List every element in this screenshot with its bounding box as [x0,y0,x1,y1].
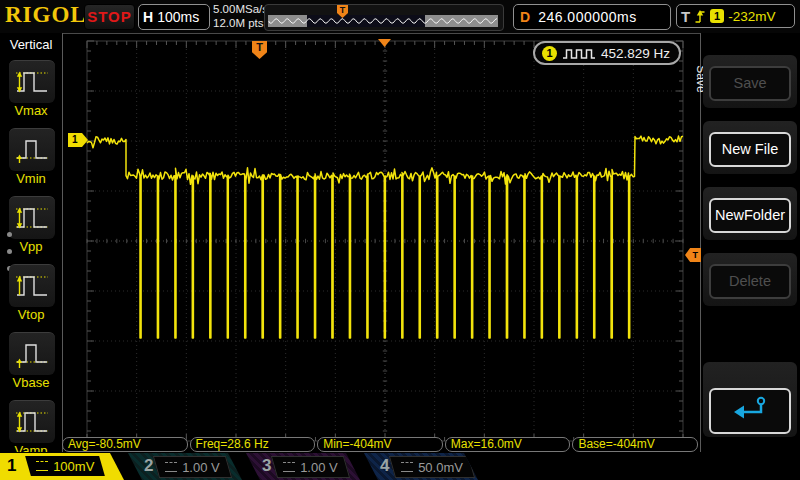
ch1-trace [87,136,683,338]
new-file-button[interactable]: New File [709,132,791,167]
rigol-logo: RIGOL [5,2,87,28]
preview-wave-icon [268,15,498,27]
channel-3-number: 3 [262,456,271,476]
freq-counter-source-badge: 1 [542,46,557,61]
softkey-slot [703,362,797,437]
timebase-value: 100ms [157,9,199,25]
coupling-icon [283,462,295,472]
vmin-icon [14,134,50,166]
menu-item-vmax[interactable] [9,60,55,103]
trigger-source-badge: 1 [710,9,724,23]
channel-4-scale: 50.0mV [418,460,463,475]
menu-item-vbase[interactable] [9,332,55,375]
channel-1-scale: 100mV [53,459,94,474]
channel-2-status[interactable]: 2 1.00 V [128,453,242,480]
vamp-icon [14,406,50,438]
delay-readout[interactable]: D 246.000000ms [513,4,671,30]
trigger-readout[interactable]: T 1 -232mV [676,4,795,28]
horizontal-timebase-readout[interactable]: H 100ms [138,4,210,30]
menu-page-dot [7,232,12,237]
menu-item-vmax-label[interactable]: Vmax [0,103,62,118]
save-button[interactable]: Save [709,66,791,101]
softkey-slot: Save [703,55,797,108]
measurement-readout-row: Avg=-80.5mV Freq=28.6 Hz Min=-404mV Max=… [62,437,698,452]
ch1-offset-marker[interactable]: 1 [68,133,88,147]
frequency-value: 452.829 Hz [601,46,670,61]
return-arrow-icon [730,393,770,421]
t-label: T [681,8,690,25]
vbase-icon [14,338,50,370]
coupling-icon [36,461,48,471]
square-wave-icon [562,47,596,60]
screen-center-marker [378,39,391,47]
memory-depth: 12.0M pts [213,16,268,30]
softkey-slot: NewFolder [703,187,797,240]
coupling-icon [165,462,177,472]
trigger-level-marker[interactable]: T [685,248,701,262]
graticule-and-waveform [0,0,800,480]
channel-1-status[interactable]: 1 100mV [0,453,124,480]
rising-edge-icon [694,8,706,25]
channel-4-number: 4 [380,456,389,476]
measurement-avg: Avg=-80.5mV [62,437,188,452]
top-status-bar: RIGOL STOP H 100ms 5.00MSa/s 12.0M pts T… [0,0,800,34]
acquisition-readout: 5.00MSa/s 12.0M pts [213,2,268,30]
channel-2-scale: 1.00 V [182,460,220,475]
menu-item-vbase-label[interactable]: Vbase [0,375,62,390]
channel-4-status[interactable]: 4 50.0mV [364,453,478,480]
menu-title: Vertical [0,37,62,52]
softkey-slot: New File [703,121,797,174]
vmax-icon [14,66,50,98]
coupling-icon [401,462,413,472]
vpp-icon [14,202,50,234]
channel-2-number: 2 [144,456,153,476]
measurement-freq: Freq=28.6 Hz [190,437,316,452]
d-label: D [514,9,538,25]
delete-button[interactable]: Delete [709,264,791,299]
channel-3-scale: 1.00 V [300,460,338,475]
softkey-slot: Delete [703,253,797,306]
channel-1-number: 1 [7,456,16,476]
menu-item-vpp[interactable] [9,196,55,239]
run-state-badge[interactable]: STOP [84,4,135,30]
vtop-icon [14,270,50,302]
measurement-base: Base=-404mV [572,437,698,452]
frequency-counter-badge: 1 452.829 Hz [533,41,681,65]
vertical-measure-menu: Vertical Vmax Vmin [0,33,63,452]
delay-value: 246.000000ms [538,9,637,25]
channel-3-status[interactable]: 3 1.00 V [246,453,360,480]
menu-item-vmin[interactable] [9,128,55,171]
menu-item-vtop[interactable] [9,264,55,307]
menu-page-dot [7,249,12,254]
new-folder-button[interactable]: NewFolder [709,198,791,233]
menu-item-vmin-label[interactable]: Vmin [0,171,62,186]
trigger-level-value: -232mV [728,9,775,24]
measurement-min: Min=-404mV [317,437,443,452]
back-button[interactable] [709,388,791,434]
sample-rate: 5.00MSa/s [213,2,268,16]
channel-status-bar: 1 100mV 2 1.00 V 3 1.00 V 4 50.0mV [0,452,800,480]
oscilloscope-screen: RIGOL STOP H 100ms 5.00MSa/s 12.0M pts T… [0,0,800,480]
menu-item-vtop-label[interactable]: Vtop [0,307,62,322]
trigger-position-flag[interactable]: T [252,41,267,59]
menu-item-vamp[interactable] [9,400,55,443]
waveform-preview-bar[interactable]: T [264,4,504,31]
measurement-max: Max=16.0mV [445,437,571,452]
h-label: H [139,9,157,25]
